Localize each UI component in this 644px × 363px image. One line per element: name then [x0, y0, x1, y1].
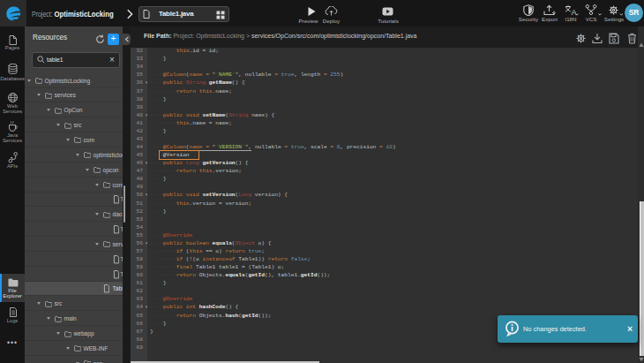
svg-text:A: A — [572, 8, 577, 17]
